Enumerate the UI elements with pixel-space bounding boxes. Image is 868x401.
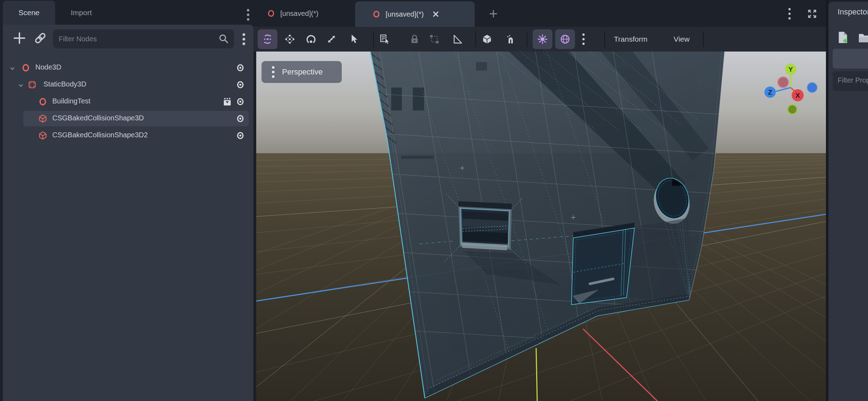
filter-nodes-input[interactable]: [53, 35, 218, 43]
preview-sunlight-button[interactable]: [533, 29, 552, 49]
gizmo-neg-x-ball[interactable]: [778, 77, 788, 88]
selection-cursor-icon[interactable]: [348, 34, 359, 45]
tab-scene-label: Scene: [18, 8, 40, 17]
tree-label: BuildingTest: [52, 97, 90, 105]
view-menu-label: View: [674, 35, 690, 43]
menu-grip-dots-icon: [271, 65, 276, 79]
tree-row-buildingtest[interactable]: BuildingTest: [3, 93, 253, 110]
tree-row-staticbody3d[interactable]: StaticBody3D: [3, 76, 253, 93]
visibility-eye-icon[interactable]: [236, 64, 245, 72]
inspector-dock: Inspector: [828, 2, 868, 401]
scene-dock: Scene Import: [0, 0, 253, 401]
filter-nodes-box: [53, 29, 234, 48]
visibility-eye-icon[interactable]: [236, 80, 245, 89]
chevron-down-icon[interactable]: [8, 65, 16, 72]
3d-viewport[interactable]: Y Z X Perspective: [253, 52, 826, 401]
lock-icon[interactable]: [409, 34, 420, 45]
toolbar-separator: [475, 31, 476, 47]
close-icon[interactable]: [432, 10, 440, 18]
visibility-eye-icon[interactable]: [236, 97, 245, 106]
godot-editor-window: Scene Import: [0, 0, 868, 401]
use-snap-magnet-icon[interactable]: [505, 34, 516, 45]
visibility-eye-icon[interactable]: [236, 131, 245, 140]
chevron-down-icon[interactable]: [17, 82, 25, 89]
csg-cube-icon: [38, 131, 47, 140]
view-menu[interactable]: View: [674, 27, 690, 52]
expand-fullscreen-icon[interactable]: [807, 8, 817, 19]
tab-import[interactable]: Import: [55, 1, 107, 25]
tree-label: CSGBakedCollisionShape3D: [52, 114, 144, 122]
tree-label: Node3D: [35, 63, 61, 71]
add-node-button[interactable]: [11, 30, 28, 46]
move-mode-icon[interactable]: [284, 34, 295, 45]
node3d-circle-icon: [21, 63, 30, 72]
view-options-menu-icon[interactable]: [580, 32, 587, 46]
scene-dock-body: Node3D StaticBody3D BuildingTest: [3, 25, 253, 401]
scene-tab-label: [unsaved](*): [386, 10, 424, 18]
visibility-eye-icon[interactable]: [236, 114, 245, 123]
resource-picker[interactable]: [833, 49, 868, 68]
scale-mode-icon[interactable]: [326, 34, 337, 45]
node3d-circle-icon: [372, 10, 381, 18]
tree-row-csgbakedcollisionshape3d[interactable]: CSGBakedCollisionShape3D: [3, 110, 253, 127]
scene-tab-label: [unsaved](*): [280, 10, 318, 18]
transform-menu[interactable]: Transform: [614, 27, 647, 52]
gizmo-neg-y-ball[interactable]: [788, 105, 797, 114]
viewport-left-border: [253, 52, 256, 401]
new-resource-icon[interactable]: [836, 31, 850, 44]
inspector-title: Inspector: [838, 7, 868, 17]
node3d-circle-icon: [38, 97, 47, 106]
rotate-mode-icon[interactable]: [305, 34, 317, 45]
gizmo-x-label: X: [796, 92, 800, 99]
gizmo-z-label: Z: [768, 89, 772, 96]
preview-environment-button[interactable]: [555, 29, 575, 49]
tree-row-csgbakedcollisionshape3d2[interactable]: CSGBakedCollisionShape3D2: [3, 127, 253, 144]
tab-scene[interactable]: Scene: [3, 1, 55, 25]
search-icon: [218, 33, 230, 45]
window-opening-2: [571, 218, 689, 305]
toolbar-separator: [703, 31, 704, 47]
toolbar-separator: [373, 31, 374, 47]
3d-scene-render: Y Z X: [253, 52, 826, 401]
environment-globe-icon: [559, 33, 571, 45]
scene-tab-unsaved-2[interactable]: [unsaved](*): [355, 1, 475, 27]
load-resource-folder-icon[interactable]: [858, 33, 868, 43]
transform-menu-label: Transform: [614, 35, 647, 43]
perspective-menu-button[interactable]: Perspective: [262, 61, 342, 83]
toolbar-separator: [527, 31, 527, 47]
filter-properties-box: [833, 71, 868, 91]
select-mode-button[interactable]: [258, 29, 277, 49]
use-local-space-icon[interactable]: [481, 34, 493, 45]
csg-cube-icon: [38, 114, 47, 123]
group-icon[interactable]: [429, 34, 440, 45]
instanced-scene-icon[interactable]: [223, 97, 232, 107]
node3d-circle-icon: [267, 9, 275, 18]
dock-splitter[interactable]: [826, 0, 828, 401]
tree-label: CSGBakedCollisionShape3D2: [52, 131, 148, 139]
select-mode-icon: [262, 33, 274, 45]
add-scene-tab-button[interactable]: [489, 9, 498, 18]
tab-import-label: Import: [71, 8, 92, 17]
instance-scene-link-button[interactable]: [33, 31, 47, 45]
dock-menu-icon[interactable]: [245, 8, 252, 22]
selection-list-icon[interactable]: [379, 34, 390, 45]
tree-row-node3d[interactable]: Node3D: [3, 59, 253, 76]
scene-tabs-menu-icon[interactable]: [786, 7, 793, 20]
staticbody3d-icon: [28, 80, 37, 89]
filter-menu-icon[interactable]: [240, 32, 247, 47]
toolbar-separator: [604, 31, 605, 47]
gizmo-neg-z-ball[interactable]: [807, 83, 817, 92]
sun-icon: [536, 33, 549, 45]
filter-properties-input[interactable]: [833, 71, 868, 84]
scene-tab-bar: [unsaved](*) [unsaved](*): [253, 0, 826, 27]
perspective-label: Perspective: [282, 67, 323, 77]
viewport-toolbar: Transform View: [253, 27, 826, 52]
scene-tab-unsaved-1[interactable]: [unsaved](*): [260, 0, 318, 27]
tree-label: StaticBody3D: [43, 80, 86, 88]
ruler-icon[interactable]: [452, 34, 463, 45]
gizmo-y-label: Y: [788, 66, 793, 73]
